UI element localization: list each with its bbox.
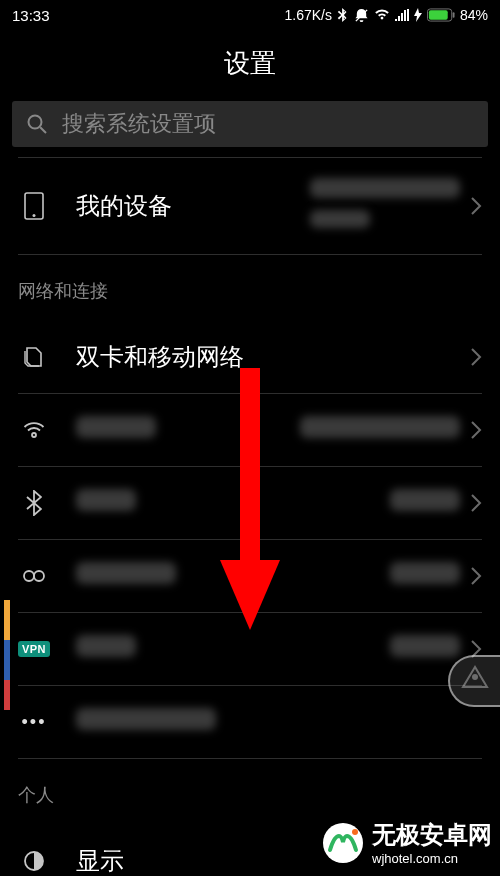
chevron-right-icon xyxy=(470,347,482,367)
row-label xyxy=(76,562,176,590)
row-value xyxy=(310,178,460,234)
row-my-device[interactable]: 我的设备 xyxy=(18,158,482,254)
row-label xyxy=(76,416,156,444)
net-speed: 1.67K/s xyxy=(284,7,331,23)
watermark: 无极安卓网 wjhotel.com.cn xyxy=(322,819,492,866)
settings-list[interactable]: 我的设备 网络和连接 双卡和移动网络 xyxy=(0,157,500,876)
sim-icon xyxy=(18,345,50,369)
brightness-icon xyxy=(18,849,50,873)
phone-icon xyxy=(18,192,50,220)
wifi-icon xyxy=(18,420,50,440)
row-value xyxy=(390,562,460,590)
svg-line-5 xyxy=(40,127,46,133)
more-icon: ••• xyxy=(18,712,50,733)
row-label xyxy=(76,489,136,517)
dnd-icon xyxy=(354,8,369,23)
vpn-icon: VPN xyxy=(18,641,50,657)
status-bar: 13:33 1.67K/s 84% xyxy=(0,0,500,30)
row-more[interactable]: ••• xyxy=(18,686,482,758)
svg-point-7 xyxy=(33,214,36,217)
search-input[interactable] xyxy=(62,111,474,137)
section-title-personal: 个人 xyxy=(18,759,482,825)
status-time: 13:33 xyxy=(12,7,50,24)
chevron-right-icon xyxy=(470,196,482,216)
row-hotspot[interactable] xyxy=(18,540,482,612)
battery-icon xyxy=(427,8,455,22)
svg-point-4 xyxy=(29,116,42,129)
search-bar-wrap xyxy=(0,101,500,157)
settings-screen: 13:33 1.67K/s 84% 设置 xyxy=(0,0,500,876)
row-label xyxy=(76,635,136,663)
signal-icon xyxy=(395,9,409,21)
assistive-touch-ball[interactable] xyxy=(448,655,500,707)
row-bluetooth[interactable] xyxy=(18,467,482,539)
watermark-url: wjhotel.com.cn xyxy=(372,851,492,866)
edge-card xyxy=(4,640,10,680)
row-label: 我的设备 xyxy=(76,190,172,222)
svg-rect-3 xyxy=(429,10,448,19)
row-value xyxy=(390,489,460,517)
page-title: 设置 xyxy=(0,30,500,101)
row-value xyxy=(300,416,460,444)
row-label: 显示 xyxy=(76,845,124,876)
edge-card xyxy=(4,680,10,710)
search-bar[interactable] xyxy=(12,101,488,147)
row-dual-sim[interactable]: 双卡和移动网络 xyxy=(18,321,482,393)
row-vpn[interactable]: VPN xyxy=(18,613,482,685)
chevron-right-icon xyxy=(470,566,482,586)
svg-point-9 xyxy=(34,571,44,581)
battery-pct: 84% xyxy=(460,7,488,23)
svg-rect-2 xyxy=(453,12,455,18)
svg-point-13 xyxy=(472,674,478,680)
hotspot-icon xyxy=(18,568,50,584)
watermark-title: 无极安卓网 xyxy=(372,821,492,848)
status-indicators: 1.67K/s 84% xyxy=(284,7,488,23)
chevron-right-icon xyxy=(470,420,482,440)
bluetooth-icon xyxy=(18,490,50,516)
search-icon xyxy=(26,113,48,135)
row-label xyxy=(76,708,216,736)
charging-icon xyxy=(414,8,422,22)
chevron-right-icon xyxy=(470,493,482,513)
bluetooth-status-icon xyxy=(337,8,349,22)
svg-point-14 xyxy=(323,823,363,863)
watermark-logo-icon xyxy=(322,822,364,864)
row-label: 双卡和移动网络 xyxy=(76,341,244,373)
row-wlan[interactable] xyxy=(18,394,482,466)
wifi-status-icon xyxy=(374,9,390,21)
section-title-network: 网络和连接 xyxy=(18,255,482,321)
svg-point-15 xyxy=(352,829,358,835)
svg-point-8 xyxy=(24,571,34,581)
